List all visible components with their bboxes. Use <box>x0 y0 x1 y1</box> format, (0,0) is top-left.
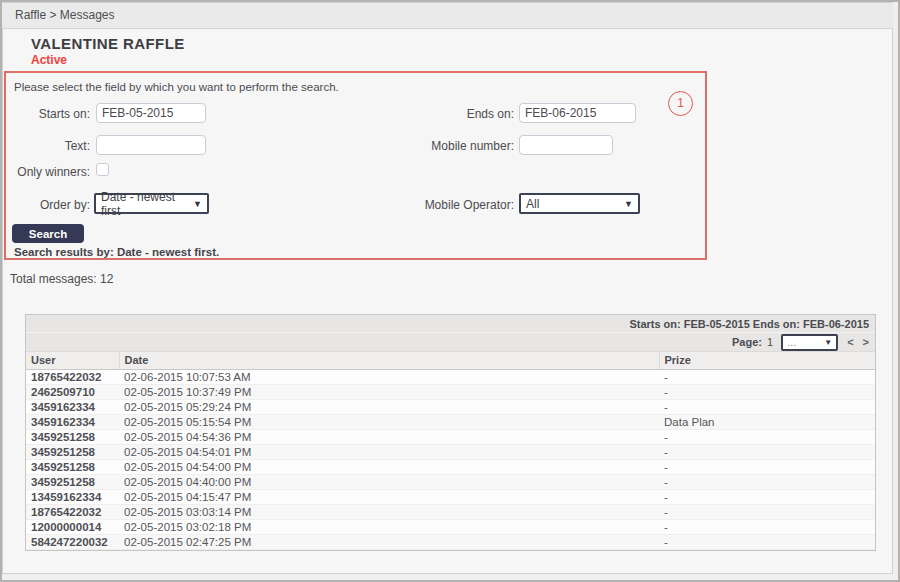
breadcrumb[interactable]: Raffle > Messages <box>2 3 893 29</box>
date-cell: 02-05-2015 04:15:47 PM <box>119 489 659 504</box>
prize-cell: - <box>659 519 875 534</box>
page-select[interactable]: ... ▼ <box>781 334 838 351</box>
user-cell: 3459251258 <box>26 429 119 444</box>
mobile-operator-value: All <box>526 197 539 211</box>
date-cell: 02-05-2015 03:02:18 PM <box>119 519 659 534</box>
only-winners-label: Only winners: <box>6 165 90 179</box>
starts-on-input[interactable] <box>96 103 206 123</box>
table-row: 345916233402-05-2015 05:29:24 PM- <box>26 399 875 414</box>
messages-grid: User Date Prize 1876542203202-06-2015 10… <box>26 352 875 550</box>
text-input[interactable] <box>96 135 206 155</box>
date-cell: 02-05-2015 04:40:00 PM <box>119 474 659 489</box>
messages-table: Starts on: FEB-05-2015 Ends on: FEB-06-2… <box>25 314 876 551</box>
date-cell: 02-05-2015 05:29:24 PM <box>119 399 659 414</box>
page-number: 1 <box>767 336 773 348</box>
user-cell: 3459251258 <box>26 474 119 489</box>
table-row: 345916233402-05-2015 05:15:54 PMData Pla… <box>26 414 875 429</box>
table-date-range-bar: Starts on: FEB-05-2015 Ends on: FEB-06-2… <box>26 315 875 333</box>
prize-cell: - <box>659 474 875 489</box>
table-row: 1876542203202-05-2015 03:03:14 PM- <box>26 504 875 519</box>
date-cell: 02-05-2015 02:47:25 PM <box>119 534 659 549</box>
user-cell: 584247220032 <box>26 534 119 549</box>
table-row: 345925125802-05-2015 04:54:00 PM- <box>26 459 875 474</box>
user-cell: 13459162334 <box>26 489 119 504</box>
table-row: 1200000001402-05-2015 03:02:18 PM- <box>26 519 875 534</box>
user-cell: 3459162334 <box>26 399 119 414</box>
order-by-label: Order by: <box>6 198 90 212</box>
text-label: Text: <box>6 139 90 153</box>
table-row: 246250971002-05-2015 10:37:49 PM- <box>26 384 875 399</box>
date-cell: 02-05-2015 04:54:00 PM <box>119 459 659 474</box>
only-winners-checkbox[interactable] <box>96 163 109 176</box>
breadcrumb-label: Raffle > Messages <box>15 8 115 22</box>
table-row: 345925125802-05-2015 04:54:36 PM- <box>26 429 875 444</box>
prize-cell: - <box>659 489 875 504</box>
next-page-button[interactable]: > <box>863 336 869 348</box>
search-instruction: Please select the field by which you wan… <box>14 81 339 93</box>
prize-cell: - <box>659 369 875 384</box>
date-cell: 02-05-2015 10:37:49 PM <box>119 384 659 399</box>
col-header-prize: Prize <box>659 352 875 369</box>
date-cell: 02-05-2015 04:54:36 PM <box>119 429 659 444</box>
annotation-circle-1: 1 <box>668 91 693 116</box>
table-date-range-label: Starts on: FEB-05-2015 Ends on: FEB-06-2… <box>629 318 869 330</box>
col-header-date: Date <box>119 352 659 369</box>
mobile-number-label: Mobile number: <box>386 139 514 153</box>
starts-on-label: Starts on: <box>6 107 90 121</box>
search-panel: Please select the field by which you wan… <box>4 71 707 260</box>
search-button[interactable]: Search <box>12 224 84 243</box>
prize-cell: - <box>659 444 875 459</box>
mobile-operator-select[interactable]: All ▼ <box>519 193 640 214</box>
table-row: 345925125802-05-2015 04:40:00 PM- <box>26 474 875 489</box>
prize-cell: - <box>659 534 875 549</box>
user-cell: 2462509710 <box>26 384 119 399</box>
user-cell: 3459162334 <box>26 414 119 429</box>
prize-cell: - <box>659 399 875 414</box>
col-header-user: User <box>26 352 119 369</box>
table-row: 1345916233402-05-2015 04:15:47 PM- <box>26 489 875 504</box>
status-badge: Active <box>31 53 67 67</box>
table-row: 58424722003202-05-2015 02:47:25 PM- <box>26 534 875 549</box>
prize-cell: - <box>659 504 875 519</box>
raffle-messages-page: Raffle > Messages VALENTINE RAFFLE Activ… <box>0 0 900 582</box>
mobile-number-input[interactable] <box>519 135 613 155</box>
table-pager-bar: Page: 1 ... ▼ < > <box>26 333 875 352</box>
date-cell: 02-05-2015 05:15:54 PM <box>119 414 659 429</box>
total-messages-text: Total messages: 12 <box>10 272 113 286</box>
page-label: Page: <box>732 336 762 348</box>
page-select-value: ... <box>787 336 796 348</box>
order-by-select[interactable]: Date - newest first ▼ <box>94 193 209 214</box>
user-cell: 18765422032 <box>26 504 119 519</box>
date-cell: 02-05-2015 04:54:01 PM <box>119 444 659 459</box>
ends-on-label: Ends on: <box>386 107 514 121</box>
user-cell: 3459251258 <box>26 444 119 459</box>
date-cell: 02-05-2015 03:03:14 PM <box>119 504 659 519</box>
prize-cell: - <box>659 429 875 444</box>
prize-cell: - <box>659 459 875 474</box>
mobile-operator-label: Mobile Operator: <box>386 198 514 212</box>
prize-cell: - <box>659 384 875 399</box>
prize-cell: Data Plan <box>659 414 875 429</box>
prev-page-button[interactable]: < <box>847 336 853 348</box>
page-title: VALENTINE RAFFLE <box>31 35 185 52</box>
user-cell: 12000000014 <box>26 519 119 534</box>
user-cell: 18765422032 <box>26 369 119 384</box>
user-cell: 3459251258 <box>26 459 119 474</box>
chevron-down-icon: ▼ <box>193 199 202 209</box>
order-by-value: Date - newest first <box>101 190 187 218</box>
chevron-down-icon: ▼ <box>624 199 633 209</box>
table-header-row: User Date Prize <box>26 352 875 369</box>
chevron-down-icon: ▼ <box>824 338 832 347</box>
search-results-by-text: Search results by: Date - newest first. <box>14 246 219 258</box>
ends-on-input[interactable] <box>519 103 636 123</box>
table-row: 1876542203202-06-2015 10:07:53 AM- <box>26 369 875 384</box>
table-row: 345925125802-05-2015 04:54:01 PM- <box>26 444 875 459</box>
date-cell: 02-06-2015 10:07:53 AM <box>119 369 659 384</box>
